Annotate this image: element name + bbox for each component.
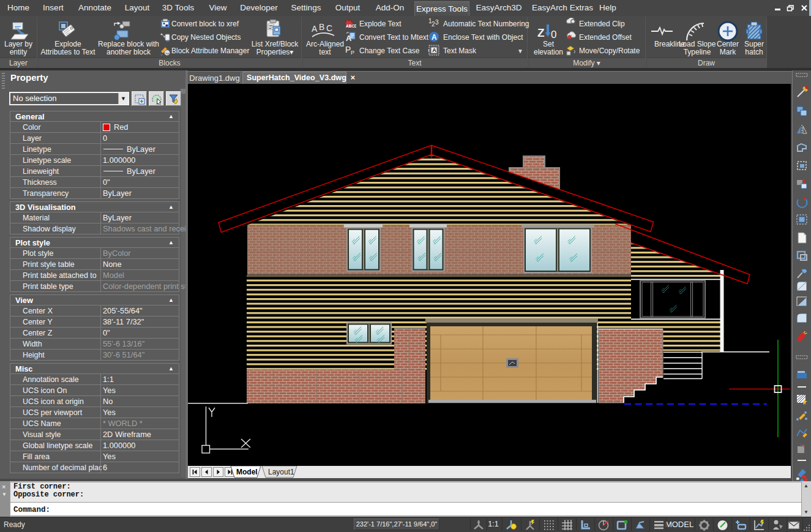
svg-text:ABCD: ABCD	[346, 24, 356, 28]
svg-text:A: A	[312, 24, 318, 34]
svg-text:0: 0	[551, 29, 556, 40]
svg-text:Z: Z	[537, 26, 545, 39]
svg-text:P: P	[351, 50, 354, 56]
svg-text:A: A	[432, 47, 436, 53]
svg-text:A: A	[432, 33, 437, 42]
svg-text:3: 3	[435, 19, 439, 26]
svg-text:P: P	[345, 45, 351, 54]
svg-text:B: B	[319, 23, 324, 32]
svg-text:A: A	[346, 34, 352, 43]
svg-text:C: C	[326, 23, 332, 33]
